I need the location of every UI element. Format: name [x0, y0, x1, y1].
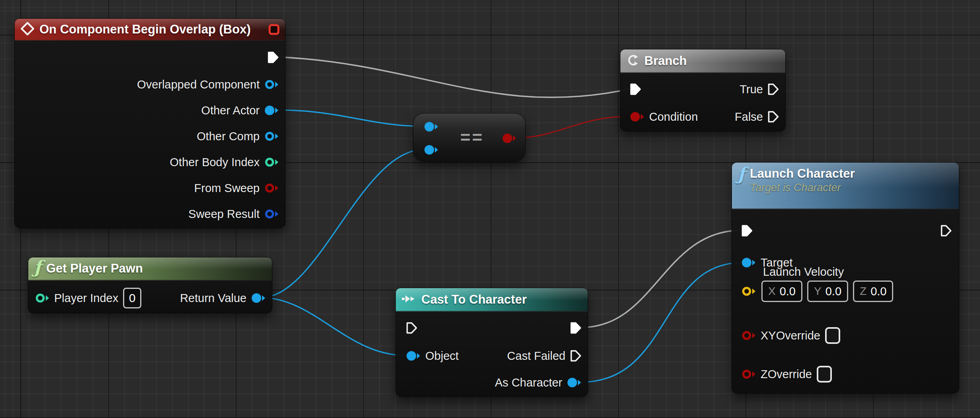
pin-label: As Character [495, 376, 562, 389]
launch-velocity-y-input[interactable]: Y 0.0 [807, 281, 848, 302]
node-title: Cast To Character [421, 292, 527, 307]
pin-row-xy-override: XYOverride [741, 327, 953, 344]
false-exec-output-pin[interactable] [768, 111, 779, 123]
delegate-pin[interactable] [268, 23, 280, 36]
axis-z-value: 0.0 [870, 285, 886, 298]
equals-output-pin[interactable] [502, 133, 516, 143]
exec-input-pin[interactable] [741, 225, 753, 237]
pin-label: ZOverride [761, 368, 812, 381]
wire-return-value-to-cast-object[interactable] [261, 298, 406, 355]
condition-pin[interactable] [630, 112, 644, 122]
pin-row-as-character: As Character [404, 375, 581, 391]
wire-exec-event-to-branch[interactable] [278, 57, 628, 97]
pin-label: Other Actor [201, 104, 260, 117]
exec-input-pin[interactable] [630, 83, 641, 95]
pin-label: Cast Failed [507, 349, 565, 363]
player-index-input[interactable]: 0 [123, 288, 141, 308]
node-equals-operator[interactable]: == [413, 113, 526, 162]
node-on-component-begin-overlap[interactable]: On Component Begin Overlap (Box) Overlap… [14, 18, 286, 228]
axis-y-value: 0.0 [825, 285, 841, 298]
equals-input-a-pin[interactable] [424, 122, 438, 132]
launch-velocity-z-input[interactable]: Z 0.0 [853, 281, 893, 302]
pin-row-overlapped-component: Overlapped Component [23, 77, 279, 92]
node-branch[interactable]: Branch True Condition False [620, 49, 786, 131]
pin-label: False [735, 110, 763, 124]
object-pin[interactable] [406, 351, 421, 361]
pin-label: Player Index [54, 292, 118, 305]
pin-label: Other Body Index [170, 156, 260, 169]
node-header-get-player-pawn[interactable]: ƒ Get Player Pawn [28, 257, 272, 281]
function-icon: ƒ [737, 165, 745, 183]
exec-output-pin[interactable] [268, 51, 279, 63]
pin-label: Condition [649, 110, 698, 124]
z-override-pin[interactable] [741, 369, 756, 379]
z-override-checkbox[interactable] [817, 366, 832, 383]
pin-row-sweep-result: Sweep Result [23, 206, 279, 222]
pin-row-from-sweep: From Sweep [23, 180, 279, 196]
node-header-launch[interactable]: ƒ Launch Character Target is Character [732, 163, 959, 209]
as-character-pin[interactable] [567, 377, 581, 388]
exec-output-pin[interactable] [941, 225, 952, 237]
launch-velocity-x-input[interactable]: X 0.0 [761, 281, 802, 302]
xy-override-pin[interactable] [741, 330, 756, 341]
pin-label: From Sweep [194, 182, 260, 195]
pin-row-exec [406, 320, 581, 336]
node-title: Launch Character [750, 167, 855, 181]
exec-output-pin[interactable] [570, 322, 581, 334]
wire-as-character-to-launch-target[interactable] [581, 263, 742, 382]
branch-icon [626, 53, 640, 69]
launch-velocity-label: Launch Velocity [763, 265, 844, 279]
blueprint-graph-canvas[interactable]: On Component Begin Overlap (Box) Overlap… [0, 0, 980, 418]
pin-row-z-override: ZOverride [741, 365, 953, 383]
other-comp-pin[interactable] [264, 131, 279, 141]
cast-icon [401, 294, 417, 306]
return-value-pin[interactable] [251, 293, 266, 303]
axis-x-label: X [768, 285, 776, 298]
node-get-player-pawn[interactable]: ƒ Get Player Pawn Player Index 0 Return … [28, 257, 272, 314]
wire-equals-to-branch-condition[interactable] [515, 116, 629, 138]
pin-label: True [739, 83, 763, 96]
other-body-index-pin[interactable] [264, 157, 279, 167]
other-actor-pin[interactable] [264, 105, 279, 116]
player-index-pin[interactable] [35, 293, 49, 303]
node-title: Branch [644, 54, 687, 68]
pin-label: Sweep Result [188, 208, 260, 221]
axis-x-value: 0.0 [780, 285, 796, 298]
pin-row-player-index-return: Player Index 0 Return Value [35, 288, 266, 308]
pin-row-exec [741, 223, 952, 239]
pin-label: Other Comp [197, 130, 260, 143]
true-exec-output-pin[interactable] [768, 83, 779, 95]
wire-other-actor-to-equals-a[interactable] [278, 110, 423, 126]
pin-label: XYOverride [761, 329, 820, 342]
pin-row-exec-out [23, 49, 279, 65]
pin-row-condition-false: Condition False [630, 109, 779, 125]
node-subtitle: Target is Character [750, 182, 855, 194]
node-title: On Component Begin Overlap (Box) [39, 22, 250, 37]
node-launch-character[interactable]: ƒ Launch Character Target is Character T… [732, 162, 959, 394]
pin-label: Object [425, 349, 459, 363]
axis-y-label: Y [814, 285, 822, 298]
xy-override-checkbox[interactable] [825, 327, 840, 344]
equals-input-b-pin[interactable] [424, 145, 438, 155]
pin-row-other-actor: Other Actor [23, 102, 279, 118]
pin-row-launch-velocity: X 0.0 Y 0.0 Z 0.0 [741, 281, 893, 302]
cast-failed-exec-output-pin[interactable] [570, 350, 581, 362]
pin-row-exec-true: True [630, 81, 779, 97]
event-diamond-icon [20, 22, 35, 37]
node-header-event[interactable]: On Component Begin Overlap (Box) [15, 19, 285, 41]
pin-row-other-comp: Other Comp [23, 128, 279, 144]
node-header-cast[interactable]: Cast To Character [396, 288, 588, 312]
pin-label: Return Value [180, 292, 246, 305]
exec-input-pin[interactable] [406, 322, 417, 334]
from-sweep-pin[interactable] [264, 183, 279, 193]
launch-velocity-pin[interactable] [741, 286, 756, 296]
sweep-result-pin[interactable] [264, 209, 279, 219]
node-cast-to-character[interactable]: Cast To Character Object Cast Failed [395, 288, 588, 397]
axis-z-label: Z [860, 285, 867, 298]
node-header-branch[interactable]: Branch [620, 49, 785, 73]
overlapped-component-pin[interactable] [264, 79, 279, 90]
node-title: Get Player Pawn [46, 261, 143, 276]
target-pin[interactable] [741, 257, 756, 268]
pin-label: Overlapped Component [137, 78, 260, 91]
wire-exec-cast-to-launch[interactable] [581, 230, 741, 328]
